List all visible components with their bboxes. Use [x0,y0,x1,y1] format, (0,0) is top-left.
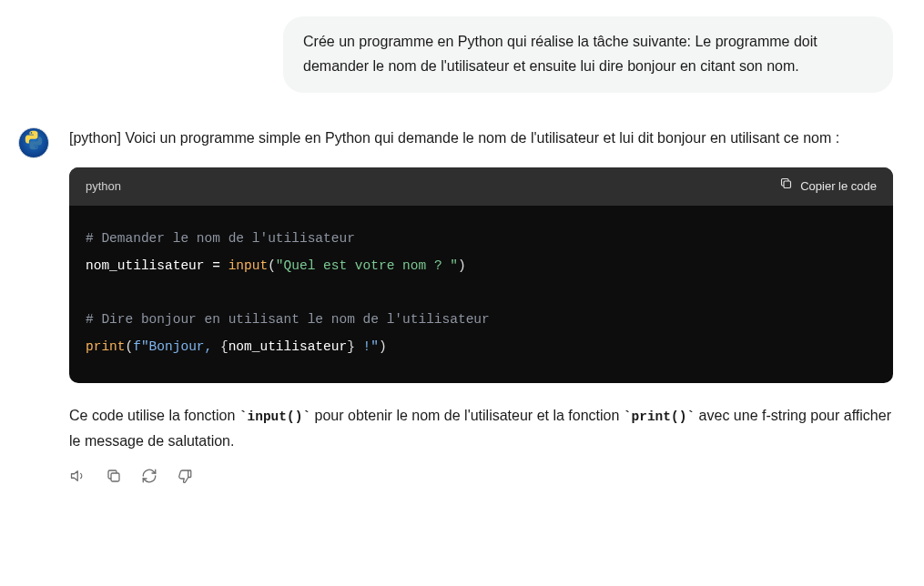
message-actions [69,467,893,484]
user-message-bubble: Crée un programme en Python qui réalise … [283,16,893,93]
copy-icon [779,177,793,197]
code-header: python Copier le code [69,167,893,206]
code-token: ( [126,339,134,354]
code-token: print [86,339,126,354]
code-block: python Copier le code # Demander le nom … [69,167,893,382]
code-token: f"Bonjour, [133,339,220,354]
inline-code: `input()` [239,409,310,424]
assistant-content: [python] Voici un programme simple en Py… [69,126,893,484]
code-token: ) [458,258,466,273]
svg-rect-1 [111,473,119,481]
copy-code-button[interactable]: Copier le code [779,177,877,197]
outro-part: pour obtenir le nom de l'utilisateur et … [310,408,624,423]
python-logo-icon [23,129,45,158]
svg-rect-0 [784,181,791,188]
code-token: "Quel est votre nom ? " [276,258,458,273]
code-token: ) [379,339,387,354]
outro-part: Ce code utilise la fonction [69,408,239,423]
assistant-intro-text: [python] Voici un programme simple en Py… [69,126,893,151]
code-language-label: python [86,177,121,197]
inline-code: `print()` [624,409,695,424]
code-token: } [347,339,355,354]
code-comment: # Demander le nom de l'utilisateur [86,231,355,246]
code-token: !" [355,339,379,354]
user-message-text: Crée un programme en Python qui réalise … [303,34,817,74]
assistant-outro-text: Ce code utilise la fonction `input()` po… [69,403,893,454]
thumbs-down-button[interactable] [176,467,193,484]
user-message-row: Crée un programme en Python qui réalise … [18,16,893,93]
code-token: nom_utilisateur [228,339,348,354]
assistant-avatar [18,127,49,158]
assistant-row: [python] Voici un programme simple en Py… [18,126,893,484]
regenerate-button[interactable] [140,467,157,484]
code-token: input [228,258,269,273]
code-token: ( [268,258,276,273]
code-token: = [205,258,228,273]
code-token: nom_utilisateur [86,258,205,273]
copy-code-label: Copier le code [800,177,877,197]
copy-response-button[interactable] [105,467,122,484]
speaker-button[interactable] [69,467,86,484]
code-body[interactable]: # Demander le nom de l'utilisateur nom_u… [69,206,893,383]
code-token: { [220,339,228,354]
code-comment: # Dire bonjour en utilisant le nom de l'… [86,312,490,327]
